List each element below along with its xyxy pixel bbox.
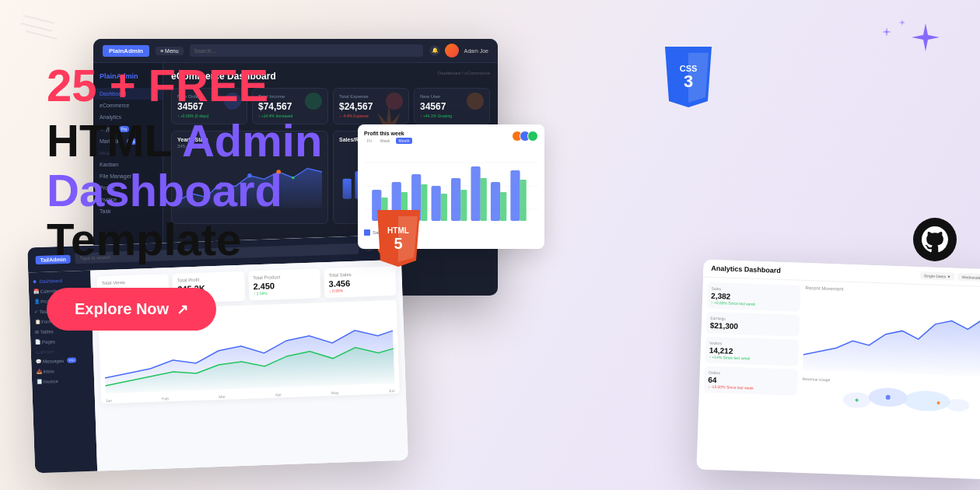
svg-rect-42 xyxy=(460,190,467,221)
analytics-body: Sales 2,382 ↑ +0.00% Since last week Ear… xyxy=(697,277,980,475)
dashboard-text: Dashboard xyxy=(47,165,282,215)
svg-rect-16 xyxy=(343,179,352,199)
analytics-stat-sales: Sales 2,382 ↑ +0.00% Since last week xyxy=(707,282,801,312)
profit-tab-month: Month xyxy=(396,138,413,144)
profit-avatar-3 xyxy=(527,131,538,142)
dash-avatar xyxy=(445,44,459,58)
svg-rect-45 xyxy=(520,180,527,221)
dash-header-right: 🔔 Adam Joe xyxy=(429,44,488,58)
deco-lines-top-left xyxy=(19,12,58,54)
analytics-stat-earnings: Earnings $21,300 xyxy=(706,312,800,337)
svg-rect-44 xyxy=(500,192,506,221)
profit-tab-week: Week xyxy=(377,138,394,144)
profit-chart-avatars xyxy=(512,131,538,142)
dash-stat-new-user: New User 34567 ↑ +44.1% Growing xyxy=(414,88,490,124)
svg-line-2 xyxy=(26,31,57,39)
dash-search-placeholder: Search... xyxy=(194,48,216,54)
headline-line2: HTML Admin xyxy=(47,116,322,166)
analytics-world-map: Revenue Usage xyxy=(801,376,980,423)
profit-legend-sales-color xyxy=(364,229,370,236)
analytics-chart-area: Recent Movement Revenue Usage xyxy=(800,285,980,471)
explore-now-button[interactable]: Explore Now ↗ xyxy=(47,288,216,331)
dash-logo-text: PlainAdmin xyxy=(109,47,143,54)
analytics-dashboard-screenshot: Analytics Dashboard Single Dates ▼ Wedne… xyxy=(696,259,980,479)
tail-nav-dot xyxy=(33,280,37,283)
cursor-icon: ↗ xyxy=(177,301,188,318)
svg-rect-36 xyxy=(491,182,500,221)
analytics-filter-row: Single Dates ▼ Wednesday ▼ xyxy=(920,271,980,282)
admin-text: Admin xyxy=(182,115,322,166)
analytics-stats-column: Sales 2,382 ↑ +0.00% Since last week Ear… xyxy=(702,282,801,464)
svg-text:3: 3 xyxy=(684,72,693,91)
headline-25-free-text: 25 + FREE xyxy=(47,60,268,110)
profit-chart-tabs: Fri Week Month xyxy=(364,138,412,144)
svg-rect-33 xyxy=(432,186,441,221)
sparkle-top-right xyxy=(871,16,941,81)
analytics-filter-dates: Single Dates ▼ xyxy=(920,271,955,281)
profit-chart-header: Profit this week Fri Week Month xyxy=(364,131,538,147)
tail-nav-invoice: 🧾 Invoice xyxy=(32,375,94,387)
dash-notif-icon: 🔔 xyxy=(429,45,440,56)
template-text: Template xyxy=(47,214,241,264)
svg-point-48 xyxy=(903,390,950,412)
headline-line1: 25 + FREE xyxy=(47,62,322,110)
svg-text:CSS: CSS xyxy=(680,64,698,73)
svg-rect-34 xyxy=(451,178,460,221)
analytics-dashboard-title: Analytics Dashboard xyxy=(711,264,781,275)
analytics-title-left: Analytics Dashboard xyxy=(711,264,781,275)
github-badge xyxy=(913,218,957,261)
left-content: 25 + FREE HTML Admin Dashboard Template … xyxy=(47,62,322,331)
headline-line3: Dashboard xyxy=(47,166,322,215)
dash-menu-btn: ≡ Menu xyxy=(156,47,184,55)
profit-tab-fri: Fri xyxy=(364,138,375,144)
analytics-stat-visitors: Visitors 14,212 ↑ +14% Since last week xyxy=(705,337,799,366)
dash-search-bar: Search... xyxy=(190,44,424,57)
html5-badge: 5 HTML xyxy=(373,210,424,271)
svg-rect-41 xyxy=(441,194,447,221)
css3-badge: 3 CSS xyxy=(661,47,716,112)
svg-rect-35 xyxy=(471,166,480,221)
dash-logo: PlainAdmin xyxy=(103,45,149,57)
svg-rect-37 xyxy=(510,170,520,221)
analytics-filter-day: Wednesday ▼ xyxy=(957,273,980,282)
analytics-stat-orders: Orders 64 ↓ -15.00% Since last week xyxy=(704,366,798,396)
dash-breadcrumb: Dashboard / eCommerce xyxy=(438,71,490,75)
dash-username-text: Adam Joe xyxy=(464,48,488,54)
svg-text:5: 5 xyxy=(394,235,402,252)
headline-line4: Template xyxy=(47,215,322,264)
svg-line-0 xyxy=(23,16,54,23)
svg-line-1 xyxy=(21,23,52,31)
svg-rect-43 xyxy=(481,178,487,221)
explore-btn-label: Explore Now xyxy=(75,300,169,318)
svg-text:HTML: HTML xyxy=(387,226,409,235)
html-text: HTML xyxy=(47,115,182,166)
profit-chart-title: Profit this week xyxy=(364,131,412,136)
